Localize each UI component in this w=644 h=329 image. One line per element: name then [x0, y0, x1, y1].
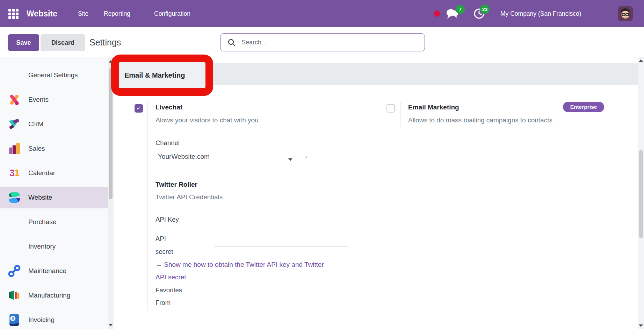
twitter-roller-title: Twitter Roller [155, 181, 197, 188]
twitter-subtitle: Twitter API Credentials [155, 193, 223, 201]
control-panel: Save Discard Settings [0, 27, 644, 57]
channel-label: Channel [155, 139, 180, 147]
menu-reporting[interactable]: Reporting [104, 0, 130, 27]
sidebar-item-calendar[interactable]: 31 Calendar [0, 162, 108, 184]
recording-indicator-dot [434, 10, 440, 17]
save-button[interactable]: Save [8, 34, 39, 51]
api-key-input[interactable] [215, 216, 348, 227]
chevron-down-icon[interactable] [288, 158, 292, 161]
discard-button[interactable]: Discard [41, 34, 85, 51]
general-settings-icon [8, 69, 21, 82]
sidebar-item-website[interactable]: Website [0, 187, 108, 208]
crm-icon [8, 117, 21, 131]
website-icon [8, 191, 21, 204]
livechat-checkbox[interactable]: ✓ [135, 104, 143, 113]
livechat-description: Alows your visitors to chat with you [155, 116, 259, 124]
main-scrollbar[interactable] [638, 57, 644, 329]
activities-count-badge: 23 [480, 5, 490, 14]
settings-content: ✓ Livechat Alows your visitors to chat w… [114, 57, 638, 329]
api-secret-label: API secret [155, 232, 185, 258]
channel-select[interactable]: YourWebsite.com [158, 153, 210, 160]
email-marketing-description: Allows to do mass mailing campaigns to c… [408, 116, 552, 124]
channel-internal-link-arrow-icon[interactable]: → [301, 151, 309, 160]
sidebar-item-maintenance[interactable]: Maintenance [0, 260, 108, 282]
sales-icon [8, 142, 21, 155]
favorites-from-label: Favorites From [155, 284, 185, 309]
purchase-icon [8, 215, 21, 229]
main-scroll-down-arrow[interactable] [639, 324, 643, 327]
sidebar-scrollbar[interactable] [108, 57, 114, 329]
sidebar-item-purchase[interactable]: Purchase [0, 211, 108, 233]
sidebar-item-sales[interactable]: Sales [0, 138, 108, 159]
setting-divider [147, 102, 148, 311]
search-box[interactable] [220, 33, 425, 51]
apps-grid-icon[interactable] [8, 9, 19, 19]
livechat-title: Livechat [155, 103, 182, 111]
calendar-icon: 31 [8, 166, 21, 180]
user-avatar[interactable] [618, 6, 633, 21]
settings-sidebar: General Settings Events CRM [0, 57, 108, 329]
maintenance-icon [8, 264, 21, 278]
setting-divider [400, 102, 401, 127]
sidebar-item-manufacturing[interactable]: Manufacturing [0, 285, 108, 306]
api-secret-input[interactable] [215, 235, 348, 246]
page-title: Settings [89, 27, 121, 57]
sidebar-item-general-settings[interactable]: General Settings [0, 64, 108, 86]
app-name[interactable]: Website [27, 0, 57, 27]
twitter-help-link[interactable]: → Show me how to obtain the Twitter API … [155, 258, 325, 284]
main-scroll-up-arrow[interactable] [639, 59, 643, 62]
sidebar-item-invoicing[interactable]: $ Invoicing [0, 309, 108, 329]
messages-count-badge: 7 [456, 5, 465, 14]
search-input[interactable] [241, 34, 420, 51]
section-header: Email & Marketing [119, 62, 205, 88]
checkmark-icon: ✓ [136, 105, 141, 111]
main-scrollbar-thumb[interactable] [639, 150, 643, 238]
invoicing-icon: $ [8, 313, 21, 327]
enterprise-badge: Enterprise [563, 102, 604, 112]
api-key-label: API Key [155, 216, 179, 223]
channel-underline [155, 163, 295, 163]
red-annotation-box: Email & Marketing [111, 55, 213, 96]
email-marketing-checkbox[interactable] [386, 104, 395, 113]
sidebar-item-events[interactable]: Events [0, 89, 108, 110]
manufacturing-icon [8, 289, 21, 302]
favorites-from-input[interactable] [215, 286, 348, 297]
menu-site[interactable]: Site [78, 0, 88, 27]
email-marketing-title: Email Marketing [408, 103, 459, 111]
events-icon [8, 93, 21, 106]
sidebar-scroll-down-arrow[interactable] [109, 324, 113, 326]
menu-configuration[interactable]: Configuration [154, 0, 190, 27]
dollar-icon: $ [12, 316, 14, 321]
link-arrow-icon: → [155, 261, 162, 268]
sidebar-item-crm[interactable]: CRM [0, 113, 108, 135]
inventory-icon [8, 240, 21, 253]
sidebar-item-inventory[interactable]: Inventory [0, 236, 108, 257]
top-navbar: Website Site Reporting Configuration 7 2… [0, 0, 644, 27]
search-icon [227, 38, 236, 47]
company-switcher[interactable]: My Company (San Francisco) [500, 0, 581, 27]
